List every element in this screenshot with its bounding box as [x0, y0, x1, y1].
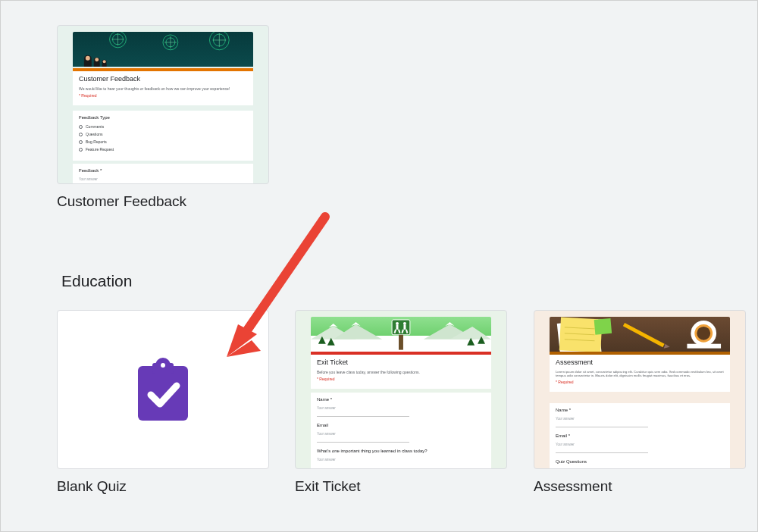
template-banner: [550, 317, 730, 352]
preview-question-label: Feedback Type: [79, 115, 247, 120]
svg-point-20: [103, 60, 106, 63]
radio-icon: [79, 133, 83, 136]
preview-title: Customer Feedback: [79, 75, 247, 83]
template-name: Customer Feedback: [57, 193, 269, 210]
template-thumbnail[interactable]: [57, 310, 269, 469]
svg-rect-36: [396, 325, 399, 330]
preview-subtitle: Lorem ipsum dolor sit amet, consectetur …: [556, 370, 724, 377]
template-name: Exit Ticket: [295, 478, 507, 495]
svg-rect-13: [84, 61, 92, 67]
template-thumbnail[interactable]: Exit Ticket Before you leave class today…: [295, 310, 507, 469]
template-banner: [73, 32, 253, 67]
preview-title: Assessment: [556, 358, 724, 367]
preview-question-block: Feedback Type Comments Questions Bug Rep…: [73, 111, 253, 161]
preview-placeholder: Your answer: [79, 177, 247, 181]
preview-question-label: Feedback *: [79, 168, 247, 174]
svg-rect-15: [94, 62, 100, 67]
preview-question-block: What's one important thing you learned i…: [311, 444, 491, 468]
preview-header: Exit Ticket Before you leave class today…: [311, 352, 491, 389]
template-name: Assessment: [534, 478, 746, 495]
preview-subtitle: We would like to hear your thoughts or f…: [79, 86, 247, 91]
svg-point-39: [403, 322, 406, 325]
radio-icon: [79, 140, 83, 144]
svg-point-19: [95, 58, 99, 61]
svg-rect-21: [138, 366, 188, 421]
svg-point-57: [697, 327, 710, 340]
template-card-exit-ticket[interactable]: Exit Ticket Before you leave class today…: [295, 310, 507, 495]
svg-rect-53: [623, 323, 665, 347]
svg-rect-17: [102, 64, 107, 67]
radio-icon: [79, 125, 83, 129]
preview-question-block: Quiz Questions: [550, 455, 730, 469]
preview-required: * Required: [556, 380, 724, 384]
svg-rect-52: [594, 318, 612, 335]
svg-marker-54: [664, 344, 670, 349]
svg-point-24: [161, 363, 165, 368]
template-banner: [311, 317, 491, 352]
template-name: Blank Quiz: [57, 478, 269, 495]
clipboard-check-icon: [134, 355, 192, 424]
template-thumbnail[interactable]: Assessment Lorem ipsum dolor sit amet, c…: [534, 310, 746, 469]
svg-rect-58: [687, 344, 721, 349]
svg-rect-40: [403, 325, 406, 330]
preview-question-block: Feedback * Your answer: [73, 164, 253, 184]
preview-header: Assessment Lorem ipsum dolor sit amet, c…: [550, 352, 730, 392]
template-card-blank-quiz[interactable]: Blank Quiz: [57, 310, 269, 495]
svg-point-18: [86, 56, 90, 61]
template-card-assessment[interactable]: Assessment Lorem ipsum dolor sit amet, c…: [534, 310, 746, 495]
radio-icon: [79, 148, 83, 152]
preview-required: * Required: [317, 377, 485, 381]
preview-title: Exit Ticket: [317, 358, 485, 367]
template-thumbnail[interactable]: Customer Feedback We would like to hear …: [57, 25, 269, 184]
template-card-customer-feedback[interactable]: Customer Feedback We would like to hear …: [57, 25, 269, 210]
section-header-education: Education: [61, 272, 132, 290]
preview-subtitle: Before you leave class today, answer the…: [317, 370, 485, 374]
svg-point-35: [396, 322, 399, 325]
preview-header: Customer Feedback We would like to hear …: [73, 68, 253, 105]
svg-rect-34: [399, 335, 403, 350]
preview-required: * Required: [79, 93, 247, 98]
